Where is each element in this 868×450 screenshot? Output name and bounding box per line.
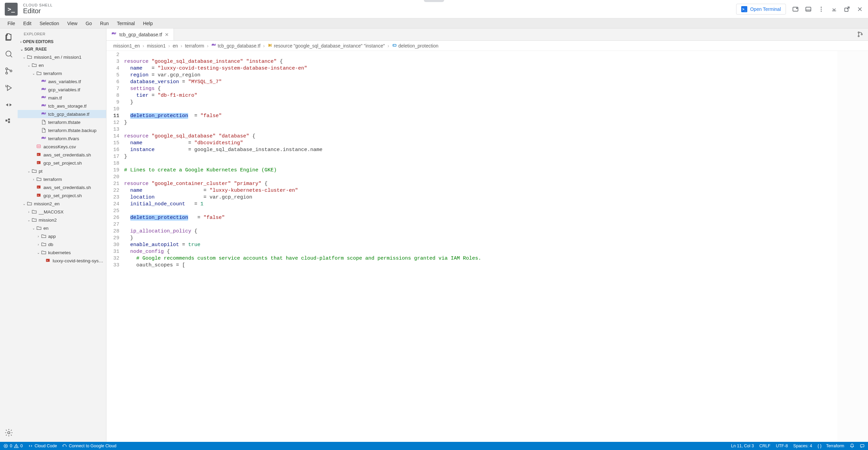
menu-selection[interactable]: Selection xyxy=(36,19,63,27)
folder-icon xyxy=(41,242,47,247)
breadcrumb-item[interactable]: resource "google_sql_database_instance" … xyxy=(268,43,385,49)
activity-settings-icon[interactable] xyxy=(4,428,13,437)
svg-rect-2 xyxy=(806,7,811,11)
more-icon[interactable] xyxy=(818,6,825,13)
status-feedback-icon[interactable] xyxy=(860,444,865,448)
tree-file[interactable]: aws_set_credentials.sh xyxy=(18,151,106,159)
activity-explorer-icon[interactable] xyxy=(4,33,13,41)
minimap[interactable] xyxy=(837,51,868,442)
svg-line-12 xyxy=(10,55,12,57)
tf-icon xyxy=(41,136,47,141)
tf-icon xyxy=(41,95,47,100)
svg-rect-20 xyxy=(8,118,10,120)
status-cursor[interactable]: Ln 11, Col 3 xyxy=(731,444,754,448)
open-terminal-button[interactable]: >_ Open Terminal xyxy=(736,4,786,15)
tree-file[interactable]: terraform.tfvars xyxy=(18,134,106,143)
app-title: Editor xyxy=(23,7,736,15)
tree-folder[interactable]: ⌄pt xyxy=(18,167,106,175)
close-tab-icon[interactable]: ✕ xyxy=(165,32,169,37)
status-connect-gcloud[interactable]: Connect to Google Cloud xyxy=(62,444,116,448)
tree-folder[interactable]: ›__MACOSX xyxy=(18,208,106,216)
tree-folder[interactable]: ⌄mission2 xyxy=(18,216,106,224)
workspace-header[interactable]: ⌄ SGR_RAEE xyxy=(18,45,106,53)
status-encoding[interactable]: UTF-8 xyxy=(776,444,788,448)
folder-icon xyxy=(31,62,37,68)
open-terminal-label: Open Terminal xyxy=(750,6,781,12)
activity-bar xyxy=(0,29,18,442)
breadcrumbs[interactable]: mission1_en›mission1›en›terraform›tcb_gc… xyxy=(106,41,868,51)
tree-folder[interactable]: ›db xyxy=(18,240,106,248)
tree-folder[interactable]: ⌄kubernetes xyxy=(18,248,106,257)
activity-terraform-icon[interactable] xyxy=(4,117,13,126)
code-content[interactable]: resource "google_sql_database_instance" … xyxy=(124,51,868,442)
menu-go[interactable]: Go xyxy=(82,19,95,27)
upload-icon[interactable] xyxy=(792,6,799,13)
status-problems[interactable]: 0 0 xyxy=(3,444,23,448)
status-bar: 0 0 Cloud Code Connect to Google Cloud L… xyxy=(0,442,868,450)
tf-icon xyxy=(111,31,117,38)
tree-folder[interactable]: ⌄en xyxy=(18,61,106,69)
menu-view[interactable]: View xyxy=(64,19,81,27)
svg-rect-21 xyxy=(8,121,10,123)
svg-point-6 xyxy=(821,11,822,12)
activity-scm-icon[interactable] xyxy=(4,67,13,75)
tree-file[interactable]: gcp_set_project.sh xyxy=(18,159,106,167)
svg-rect-32 xyxy=(861,445,864,447)
tree-file[interactable]: gcp_set_project.sh xyxy=(18,191,106,200)
popout-icon[interactable] xyxy=(844,6,850,13)
tree-file[interactable]: tcb_gcp_database.tf xyxy=(18,110,106,118)
tree-folder[interactable]: ›terraform xyxy=(18,175,106,183)
menu-run[interactable]: Run xyxy=(97,19,112,27)
file-icon xyxy=(41,119,47,125)
activity-cloud-code-icon[interactable] xyxy=(4,100,13,109)
status-eol[interactable]: CRLF xyxy=(760,444,771,448)
tree-folder[interactable]: ⌄mission2_en xyxy=(18,200,106,208)
code-editor[interactable]: 2345678910111213141516171819202122232425… xyxy=(106,51,868,442)
tree-file[interactable]: aws_set_credentials.sh xyxy=(18,183,106,191)
activity-debug-icon[interactable] xyxy=(4,83,13,92)
menu-edit[interactable]: Edit xyxy=(20,19,35,27)
open-editors-header[interactable]: › OPEN EDITORS xyxy=(18,38,106,45)
status-indent[interactable]: Spaces: 4 xyxy=(793,444,812,448)
breadcrumb-item[interactable]: terraform xyxy=(185,43,204,49)
folder-icon xyxy=(31,217,37,223)
breadcrumb-item[interactable]: tcb_gcp_database.tf xyxy=(211,43,260,49)
editor-tab[interactable]: tcb_gcp_database.tf✕ xyxy=(106,29,174,40)
tree-folder[interactable]: ›app xyxy=(18,232,106,240)
folder-icon xyxy=(31,168,37,174)
drag-handle[interactable] xyxy=(424,0,444,2)
menu-help[interactable]: Help xyxy=(140,19,156,27)
tree-file[interactable]: terraform.tfstate xyxy=(18,118,106,126)
tree-folder[interactable]: ⌄terraform xyxy=(18,69,106,77)
folder-icon xyxy=(26,201,33,206)
status-lang[interactable]: { } Terraform xyxy=(817,444,844,448)
svg-point-11 xyxy=(6,51,11,56)
tree-folder[interactable]: ⌄en xyxy=(18,224,106,232)
activity-search-icon[interactable] xyxy=(4,50,13,58)
tree-file[interactable]: accessKeys.csv xyxy=(18,143,106,151)
tree-file[interactable]: aws_variables.tf xyxy=(18,77,106,86)
minimize-icon[interactable] xyxy=(831,6,837,13)
outline-icon[interactable] xyxy=(856,31,864,39)
tab-bar: tcb_gcp_database.tf✕ xyxy=(106,29,868,41)
explorer-panel: EXPLORER › OPEN EDITORS ⌄ SGR_RAEE ⌄miss… xyxy=(18,29,106,442)
menu-file[interactable]: File xyxy=(4,19,19,27)
close-icon[interactable] xyxy=(856,6,863,13)
tree-file[interactable]: main.tf xyxy=(18,94,106,102)
tree-file[interactable]: gcp_variables.tf xyxy=(18,86,106,94)
svg-point-14 xyxy=(6,72,7,74)
menu-terminal[interactable]: Terminal xyxy=(114,19,138,27)
tree-file[interactable]: luxxy-covid-testing-syst… xyxy=(18,257,106,265)
breadcrumb-item[interactable]: mission1_en xyxy=(113,43,140,49)
folder-icon xyxy=(36,176,42,182)
status-bell-icon[interactable] xyxy=(850,444,854,448)
tree-file[interactable]: tcb_aws_storage.tf xyxy=(18,102,106,110)
breadcrumb-item[interactable]: en xyxy=(173,43,178,49)
layout-icon[interactable] xyxy=(805,6,812,13)
tree-file[interactable]: terraform.tfstate.backup xyxy=(18,126,106,134)
status-cloud-code[interactable]: Cloud Code xyxy=(28,444,57,448)
breadcrumb-item[interactable]: mission1 xyxy=(147,43,165,49)
tree-folder[interactable]: ⌄mission1_en / mission1 xyxy=(18,53,106,61)
sh-icon xyxy=(45,258,52,263)
breadcrumb-item[interactable]: deletion_protection xyxy=(392,43,438,49)
